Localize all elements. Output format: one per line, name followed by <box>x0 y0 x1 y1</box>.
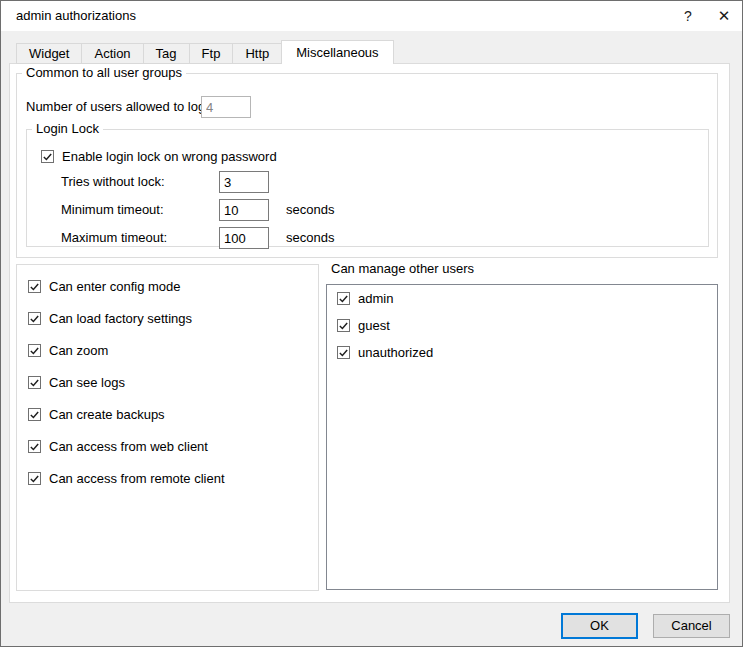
tab-widget[interactable]: Widget <box>16 43 82 64</box>
common-groupbox-title: Common to all user groups <box>22 65 186 80</box>
enable-login-lock-checkbox-row[interactable]: Enable login lock on wrong password <box>41 147 277 165</box>
tab-action[interactable]: Action <box>81 43 143 64</box>
permission-label: Can access from remote client <box>49 471 225 486</box>
checkmark-icon <box>338 347 349 358</box>
tries-without-lock-input[interactable] <box>219 171 269 193</box>
user-row[interactable]: guest <box>337 316 390 334</box>
dialog-window: admin authorizations ? ✕ Widget Action T… <box>0 0 743 647</box>
tab-tag[interactable]: Tag <box>143 43 190 64</box>
can-create-backups-checkbox[interactable] <box>28 408 41 421</box>
enable-login-lock-checkbox[interactable] <box>41 150 54 163</box>
permission-row[interactable]: Can create backups <box>28 405 165 423</box>
cancel-button[interactable]: Cancel <box>653 614 730 638</box>
minimum-timeout-label: Minimum timeout: <box>61 202 164 218</box>
users-allowed-label: Number of users allowed to login: <box>26 99 219 115</box>
permission-label: Can zoom <box>49 343 108 358</box>
checkmark-icon <box>338 293 349 304</box>
tab-miscellaneous[interactable]: Miscellaneous <box>281 40 393 64</box>
checkmark-icon <box>29 441 40 452</box>
checkmark-icon <box>29 281 40 292</box>
tab-ftp[interactable]: Ftp <box>189 43 234 64</box>
ok-button[interactable]: OK <box>561 613 638 639</box>
can-load-factory-settings-checkbox[interactable] <box>28 312 41 325</box>
close-icon[interactable]: ✕ <box>707 1 741 31</box>
permission-label: Can see logs <box>49 375 125 390</box>
permission-label: Can access from web client <box>49 439 208 454</box>
can-see-logs-checkbox[interactable] <box>28 376 41 389</box>
checkmark-icon <box>338 320 349 331</box>
minimum-timeout-suffix: seconds <box>286 202 334 218</box>
titlebar: admin authorizations ? ✕ <box>1 1 742 31</box>
can-enter-config-mode-checkbox[interactable] <box>28 280 41 293</box>
manage-users-title: Can manage other users <box>331 261 474 277</box>
maximum-timeout-suffix: seconds <box>286 230 334 246</box>
tab-strip: Widget Action Tag Ftp Http Miscellaneous <box>16 40 393 64</box>
user-row[interactable]: admin <box>337 289 393 307</box>
tries-without-lock-label: Tries without lock: <box>61 174 165 190</box>
enable-login-lock-label: Enable login lock on wrong password <box>62 149 277 164</box>
checkmark-icon <box>29 345 40 356</box>
checkmark-icon <box>29 313 40 324</box>
permission-row[interactable]: Can load factory settings <box>28 309 192 327</box>
window-title: admin authorizations <box>16 1 136 31</box>
permission-row[interactable]: Can zoom <box>28 341 108 359</box>
user-guest-checkbox[interactable] <box>337 319 350 332</box>
tab-http[interactable]: Http <box>232 43 282 64</box>
user-row[interactable]: unauthorized <box>337 343 433 361</box>
checkmark-icon <box>29 473 40 484</box>
checkmark-icon <box>29 409 40 420</box>
checkmark-icon <box>29 377 40 388</box>
user-label: unauthorized <box>358 345 433 360</box>
permission-label: Can load factory settings <box>49 311 192 326</box>
can-access-web-client-checkbox[interactable] <box>28 440 41 453</box>
minimum-timeout-input[interactable] <box>219 199 269 221</box>
permission-row[interactable]: Can access from remote client <box>28 469 225 487</box>
user-label: admin <box>358 291 393 306</box>
maximum-timeout-label: Maximum timeout: <box>61 230 167 246</box>
permission-row[interactable]: Can access from web client <box>28 437 208 455</box>
permission-label: Can enter config mode <box>49 279 181 294</box>
checkmark-icon <box>42 151 53 162</box>
permission-row[interactable]: Can enter config mode <box>28 277 181 295</box>
maximum-timeout-input[interactable] <box>219 227 269 249</box>
users-allowed-input[interactable] <box>201 96 251 118</box>
user-admin-checkbox[interactable] <box>337 292 350 305</box>
login-lock-title: Login Lock <box>32 121 103 136</box>
user-label: guest <box>358 318 390 333</box>
permission-row[interactable]: Can see logs <box>28 373 125 391</box>
can-access-remote-client-checkbox[interactable] <box>28 472 41 485</box>
user-unauthorized-checkbox[interactable] <box>337 346 350 359</box>
permission-label: Can create backups <box>49 407 165 422</box>
can-zoom-checkbox[interactable] <box>28 344 41 357</box>
help-icon[interactable]: ? <box>671 1 705 31</box>
